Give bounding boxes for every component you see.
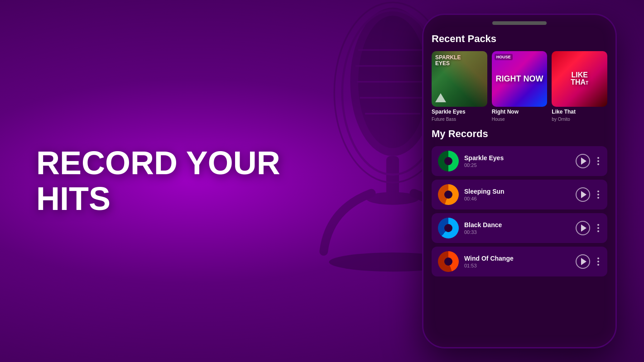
pack-name-2: Right Now: [492, 109, 548, 115]
more-dot: [597, 257, 599, 259]
more-dot: [597, 264, 599, 266]
more-dot: [597, 191, 599, 192]
pack-cover-sparkle-eyes: SPARKLEEYES: [432, 51, 487, 107]
play-button-4[interactable]: [576, 254, 590, 269]
phone-content: Recent Packs SPARKLEEYES Sparkle Eyes Fu…: [423, 25, 615, 347]
pack-item-1[interactable]: SPARKLEEYES Sparkle Eyes Future Bass: [432, 51, 487, 122]
more-dot: [597, 230, 599, 232]
more-menu-1[interactable]: [596, 155, 601, 167]
record-item-1[interactable]: Sparkle Eyes 00:25: [432, 146, 607, 176]
record-item-3[interactable]: Black Dance 00:33: [432, 213, 607, 243]
more-menu-2[interactable]: [596, 189, 601, 200]
more-dot: [597, 157, 599, 159]
record-duration-3: 00:33: [464, 229, 570, 235]
play-icon-1: [581, 157, 586, 165]
my-records-title: My Records: [432, 128, 607, 140]
pack-cover-text-1: SPARKLEEYES: [435, 55, 461, 67]
triangle-decoration: [435, 93, 446, 102]
hero-text: RECORD YOUR HITS: [36, 145, 280, 217]
hero-line1: RECORD YOUR: [36, 145, 280, 181]
hero-line2: HITS: [36, 181, 280, 217]
record-duration-1: 00:25: [464, 162, 570, 168]
pack-genre-3: by Ornito: [552, 117, 607, 122]
more-dot: [597, 197, 599, 199]
record-avatar-1: [438, 151, 459, 171]
pack-genre-2: House: [492, 117, 548, 122]
record-title-4: Wind Of Change: [464, 255, 570, 262]
pack-label-2: HOUSE: [495, 54, 513, 60]
avatar-inner-4: [444, 257, 452, 266]
more-dot: [597, 227, 599, 229]
pack-cover-right-now: HOUSE RIGHT NOW: [492, 51, 548, 107]
more-menu-3[interactable]: [596, 222, 601, 234]
play-button-3[interactable]: [576, 221, 590, 235]
pack-name-3: Like That: [552, 109, 607, 115]
pack-big-text-2: RIGHT NOW: [495, 75, 544, 83]
more-dot: [597, 194, 599, 195]
more-menu-4[interactable]: [596, 256, 601, 267]
record-avatar-4: [438, 251, 459, 272]
record-item-2[interactable]: Sleeping Sun 00:46: [432, 180, 607, 210]
record-avatar-3: [438, 218, 459, 238]
pack-item-2[interactable]: HOUSE RIGHT NOW Right Now House: [492, 51, 548, 122]
record-info-2: Sleeping Sun 00:46: [464, 188, 570, 201]
record-title-1: Sparkle Eyes: [464, 154, 570, 162]
records-list: Sparkle Eyes 00:25: [432, 146, 607, 343]
record-avatar-2: [438, 184, 459, 205]
more-dot: [597, 261, 599, 262]
pack-genre-1: Future Bass: [432, 117, 487, 122]
pack-big-text-3: LIKETHAT: [554, 71, 604, 86]
pack-name-1: Sparkle Eyes: [432, 109, 487, 115]
record-info-1: Sparkle Eyes 00:25: [464, 154, 570, 168]
phone-notch: [492, 21, 547, 25]
play-icon-3: [581, 224, 586, 232]
recent-packs-title: Recent Packs: [432, 33, 607, 45]
phone-mockup: Recent Packs SPARKLEEYES Sparkle Eyes Fu…: [422, 14, 617, 348]
play-icon-2: [581, 191, 586, 198]
play-button-2[interactable]: [576, 187, 590, 202]
avatar-inner-2: [444, 191, 452, 199]
record-actions-3: [576, 221, 601, 235]
more-dot: [597, 160, 599, 162]
pack-cover-like-that: LIKETHAT: [552, 51, 607, 107]
avatar-inner-3: [444, 224, 452, 232]
play-button-1[interactable]: [576, 154, 590, 168]
avatar-inner-1: [444, 157, 452, 165]
record-duration-4: 01:53: [464, 263, 570, 268]
more-dot: [597, 163, 599, 165]
play-icon-4: [581, 258, 586, 265]
more-dot: [597, 224, 599, 226]
record-item-4[interactable]: Wind Of Change 01:53: [432, 247, 607, 276]
record-duration-2: 00:46: [464, 196, 570, 201]
record-actions-4: [576, 254, 601, 269]
record-info-3: Black Dance 00:33: [464, 221, 570, 235]
packs-row: SPARKLEEYES Sparkle Eyes Future Bass HOU…: [432, 51, 607, 122]
record-info-4: Wind Of Change 01:53: [464, 255, 570, 268]
record-actions-2: [576, 187, 601, 202]
record-title-3: Black Dance: [464, 221, 570, 229]
record-actions-1: [576, 154, 601, 168]
pack-item-3[interactable]: LIKETHAT Like That by Ornito: [552, 51, 607, 122]
record-title-2: Sleeping Sun: [464, 188, 570, 195]
